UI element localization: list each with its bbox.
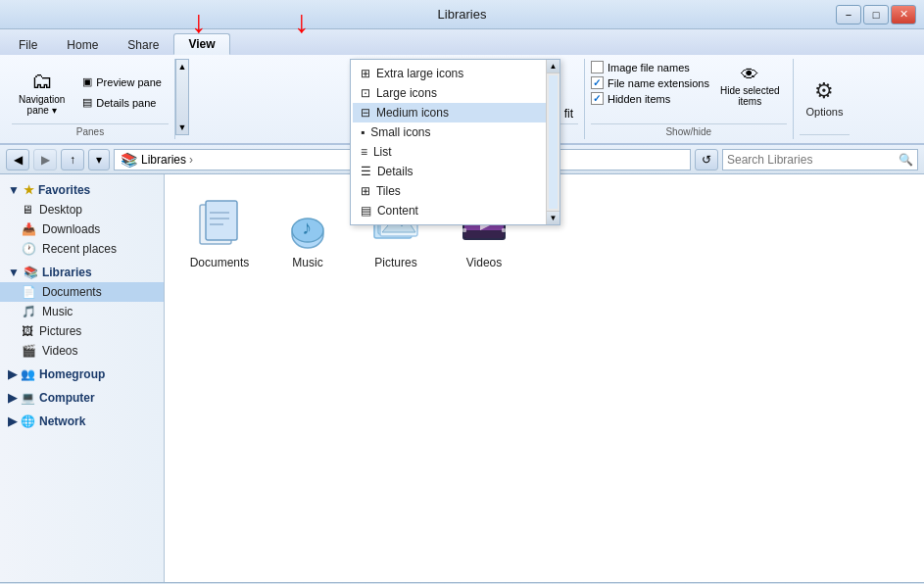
- hide-selected-button[interactable]: 👁 Hide selecteditems: [713, 61, 787, 111]
- search-box[interactable]: 🔍: [722, 149, 918, 170]
- favorites-section: ▼ ★ Favorites 🖥 Desktop 📥 Downloads 🕐 Re…: [0, 180, 164, 259]
- documents-icon-container: [192, 197, 247, 252]
- extensions-checkbox[interactable]: ✓: [591, 76, 604, 89]
- image-checkbox[interactable]: [591, 61, 604, 73]
- layout-dropdown: ⊞ Extra large icons ⊡ Large icons ⊟ Medi…: [350, 59, 560, 225]
- maximize-button[interactable]: □: [863, 5, 889, 24]
- layout-scroll-down[interactable]: ▼: [177, 122, 186, 132]
- layout-list[interactable]: ≡ List: [353, 142, 558, 162]
- ribbon-tabs: File Home Share View: [0, 29, 924, 55]
- library-music[interactable]: ♪ Music: [268, 190, 347, 276]
- sidebar: ▼ ★ Favorites 🖥 Desktop 📥 Downloads 🕐 Re…: [0, 174, 165, 582]
- preview-label: Preview pane: [96, 76, 162, 88]
- homegroup-icon: 👥: [21, 367, 35, 381]
- libraries-header[interactable]: ▼ 📚 Libraries: [0, 263, 164, 282]
- tab-home[interactable]: Home: [52, 33, 113, 55]
- layout-extra-large[interactable]: ⊞ Extra large icons: [353, 64, 558, 83]
- options-content: ⚙ Options: [800, 61, 851, 134]
- layout-medium[interactable]: ⊟ Medium icons: [353, 103, 558, 122]
- pictures-icon: 🖼: [22, 324, 33, 338]
- search-icon: 🔍: [899, 153, 913, 167]
- tab-share[interactable]: Share: [113, 33, 173, 55]
- network-icon: 🌐: [21, 414, 35, 428]
- extra-large-icon: ⊞: [361, 67, 370, 80]
- layout-small[interactable]: ▪ Small icons: [353, 122, 558, 142]
- list-icon: ≡: [361, 145, 367, 159]
- sidebar-item-recent[interactable]: 🕐 Recent places: [0, 239, 164, 259]
- refresh-button[interactable]: ↺: [695, 149, 718, 170]
- panes-content: 🗂 Navigationpane ▾ ▣ Preview pane ▤ Deta…: [12, 61, 169, 123]
- layout-content[interactable]: ▤ Content: [353, 201, 558, 220]
- sidebar-item-pictures[interactable]: 🖼 Pictures: [0, 321, 164, 341]
- scroll-down-btn[interactable]: ▼: [547, 211, 559, 224]
- nav-pane-icon: 🗂: [31, 69, 53, 94]
- navigation-pane-button[interactable]: 🗂 Navigationpane ▾: [12, 65, 72, 120]
- sidebar-item-documents[interactable]: 📄 Documents: [0, 282, 164, 302]
- recent-locations-button[interactable]: ▾: [88, 149, 110, 170]
- hide-selected-label: Hide selecteditems: [720, 85, 780, 107]
- image-file-names-check[interactable]: Image file names: [591, 61, 709, 73]
- tab-file[interactable]: File: [4, 33, 52, 55]
- music-icon: 🎵: [22, 305, 36, 318]
- layout-tiles[interactable]: ⊞ Tiles: [353, 181, 558, 201]
- sidebar-item-music[interactable]: 🎵 Music: [0, 302, 164, 321]
- layout-details[interactable]: ☰ Details: [353, 162, 558, 181]
- minimize-button[interactable]: −: [836, 5, 861, 24]
- main-area: ▼ ★ Favorites 🖥 Desktop 📥 Downloads 🕐 Re…: [0, 174, 924, 582]
- back-button[interactable]: ◀: [6, 149, 29, 170]
- favorites-header[interactable]: ▼ ★ Favorites: [0, 180, 164, 200]
- network-header[interactable]: ▶ 🌐 Network: [0, 412, 164, 431]
- music-label: Music: [292, 256, 322, 269]
- svg-rect-23: [502, 228, 506, 232]
- library-documents[interactable]: Documents: [180, 190, 259, 276]
- folder-icon: 📚: [121, 152, 137, 168]
- desktop-label: Desktop: [39, 203, 82, 217]
- hidden-checkbox[interactable]: ✓: [591, 92, 604, 105]
- show-hide-group: Image file names ✓ File name extensions …: [585, 59, 794, 139]
- favorites-label: Favorites: [38, 183, 90, 197]
- preview-icon: ▣: [82, 75, 92, 88]
- scroll-up-btn[interactable]: ▲: [547, 60, 559, 73]
- content-area: Documents ♪ Music: [165, 174, 924, 582]
- panes-label: Panes: [12, 123, 169, 137]
- computer-header[interactable]: ▶ 💻 Computer: [0, 388, 164, 408]
- details-pane-button[interactable]: ▤ Details pane: [75, 93, 169, 112]
- medium-icon: ⊟: [361, 106, 370, 120]
- layout-scrollbar: ▲ ▼: [546, 60, 559, 224]
- music-icon: ♪: [280, 197, 335, 252]
- up-button[interactable]: ↑: [61, 149, 84, 170]
- options-label: Options: [806, 106, 844, 118]
- sidebar-item-desktop[interactable]: 🖥 Desktop: [0, 200, 164, 219]
- search-input[interactable]: [727, 153, 895, 167]
- small-icon: ▪: [361, 125, 365, 139]
- preview-pane-button[interactable]: ▣ Preview pane: [75, 73, 169, 91]
- sidebar-item-downloads[interactable]: 📥 Downloads: [0, 219, 164, 239]
- svg-rect-16: [464, 230, 504, 238]
- music-label: Music: [42, 305, 73, 318]
- layout-scroll-up[interactable]: ▲: [177, 62, 186, 72]
- details-list-icon: ☰: [361, 165, 371, 178]
- large-icon: ⊡: [361, 86, 370, 100]
- favorites-star-icon: ★: [24, 183, 34, 197]
- hidden-items-check[interactable]: ✓ Hidden items: [591, 92, 709, 105]
- close-button[interactable]: ✕: [891, 5, 916, 24]
- recent-icon: 🕐: [22, 242, 36, 256]
- hide-selected-icon: 👁: [741, 65, 758, 85]
- favorites-arrow: ▼: [8, 183, 20, 197]
- downloads-icon: 📥: [22, 222, 36, 236]
- forward-button[interactable]: ▶: [33, 149, 57, 170]
- videos-icon: 🎬: [22, 344, 36, 358]
- desktop-icon: 🖥: [22, 203, 33, 217]
- svg-text:♪: ♪: [302, 217, 312, 238]
- window-controls: − □ ✕: [836, 5, 916, 24]
- sidebar-item-videos[interactable]: 🎬 Videos: [0, 341, 164, 361]
- options-button[interactable]: ⚙ Options: [800, 74, 851, 122]
- homegroup-header[interactable]: ▶ 👥 Homegroup: [0, 365, 164, 384]
- layout-large[interactable]: ⊡ Large icons: [353, 83, 558, 103]
- computer-label: Computer: [39, 391, 95, 405]
- content-icon: ▤: [361, 204, 371, 218]
- homegroup-section: ▶ 👥 Homegroup: [0, 365, 164, 384]
- libraries-icon: 📚: [24, 266, 38, 279]
- file-name-extensions-check[interactable]: ✓ File name extensions: [591, 76, 709, 89]
- videos-label: Videos: [466, 256, 502, 269]
